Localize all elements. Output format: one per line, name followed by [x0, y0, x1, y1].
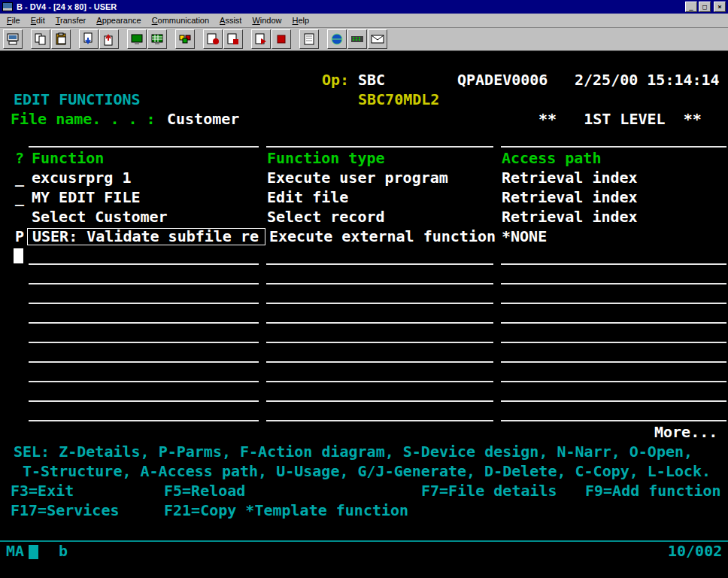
web-browser-button[interactable] — [327, 29, 347, 49]
access-path: *NONE — [502, 227, 547, 245]
menu-edit[interactable]: Edit — [26, 14, 50, 26]
empty-input-field-underline[interactable] — [266, 322, 493, 324]
empty-input-field-underline[interactable] — [29, 303, 259, 304]
record-step-button[interactable] — [223, 29, 243, 49]
empty-input-field-underline[interactable] — [29, 146, 259, 148]
empty-input-field-underline[interactable] — [266, 342, 493, 343]
function-row-selected: P USER: Validate subfile re Execute exte… — [0, 227, 728, 247]
empty-input-field-underline[interactable] — [501, 303, 726, 304]
sel-field[interactable]: _ — [15, 169, 24, 187]
send-file-button[interactable] — [99, 29, 119, 49]
empty-input-field-underline[interactable] — [501, 400, 726, 402]
keyboard-map-button[interactable] — [347, 29, 367, 49]
menu-window[interactable]: Window — [247, 14, 287, 26]
terminal-row: EDIT FUNCTIONS SBC70MDL2 — [0, 90, 728, 110]
empty-input-field-underline[interactable] — [266, 400, 493, 402]
empty-input-field-underline[interactable] — [501, 263, 726, 265]
empty-input-field-underline[interactable] — [501, 146, 726, 148]
oia-keyboard-indicator: b — [59, 542, 68, 560]
fkey-row: F3=Exit F5=Reload F7=File details F9=Add… — [0, 482, 728, 501]
empty-input-field-underline[interactable] — [501, 322, 726, 324]
function-row: _ excusrprg 1 Execute user program Retri… — [0, 169, 728, 188]
empty-input-field-underline[interactable] — [501, 381, 726, 382]
menu-assist[interactable]: Assist — [214, 14, 247, 26]
notepad-icon — [302, 32, 317, 47]
minimize-button[interactable]: _ — [685, 2, 697, 12]
empty-input-field-underline[interactable] — [266, 361, 493, 363]
function-type: Select record — [267, 208, 385, 226]
empty-input-field-underline[interactable] — [29, 420, 259, 421]
empty-input-field-underline[interactable] — [29, 263, 259, 265]
table-header-row: ? Function Function type Access path — [0, 149, 728, 169]
menu-appearance[interactable]: Appearance — [91, 14, 146, 26]
play-macro-button[interactable] — [251, 29, 271, 49]
copy-button[interactable] — [31, 29, 50, 49]
empty-input-field-underline[interactable] — [29, 381, 259, 382]
terminal-screen[interactable]: Op: SBC QPADEV0006 2/25/00 15:14:14 EDIT… — [0, 51, 728, 578]
access-path: Retrieval index — [502, 208, 638, 226]
session-grid-icon — [150, 32, 165, 47]
color-map-icon — [177, 32, 193, 47]
empty-input-field-underline[interactable] — [501, 342, 726, 343]
color-map-button[interactable] — [175, 29, 195, 49]
op-value: SBC — [358, 71, 385, 89]
empty-input-field-underline[interactable] — [501, 361, 726, 363]
more-indicator: More... — [654, 423, 717, 441]
empty-input-field-underline[interactable] — [29, 283, 259, 284]
record-macro-button[interactable] — [203, 29, 223, 49]
terminal-row: File name. . . : Customer ** 1ST LEVEL *… — [0, 110, 728, 129]
menu-help[interactable]: Help — [287, 14, 315, 26]
maximize-button[interactable]: □ — [699, 2, 711, 12]
empty-input-field-underline[interactable] — [266, 263, 493, 265]
file-name-value: Customer — [167, 110, 239, 128]
keyboard-map-icon — [350, 32, 365, 47]
empty-input-field-underline[interactable] — [29, 400, 259, 402]
function-name: USER: Validate subfile re — [32, 227, 259, 245]
menu-file[interactable]: File — [2, 14, 26, 26]
function-row: _ MY EDIT FILE Edit file Retrieval index — [0, 188, 728, 208]
toolbar-separator — [244, 29, 251, 49]
send-file-icon — [102, 32, 117, 47]
empty-input-field-underline[interactable] — [266, 283, 493, 284]
paste-button[interactable] — [51, 29, 71, 49]
col-header-access-path: Access path — [502, 149, 601, 167]
receive-file-button[interactable] — [79, 29, 99, 49]
col-header-sel: ? — [15, 149, 24, 167]
active-field-box[interactable]: USER: Validate subfile re — [27, 228, 265, 245]
function-type: Edit file — [267, 188, 348, 206]
record-step-icon — [226, 32, 241, 47]
send-mail-button[interactable] — [368, 29, 387, 49]
function-name: Select Customer — [32, 208, 168, 226]
model-name: SBC70MDL2 — [358, 90, 439, 108]
empty-input-field-underline[interactable] — [266, 381, 493, 382]
sel-field[interactable]: P — [15, 227, 24, 245]
empty-input-field-underline[interactable] — [29, 361, 259, 363]
datetime: 2/25/00 15:14:14 — [575, 71, 720, 89]
level-indicator: ** 1ST LEVEL ** — [538, 110, 702, 128]
empty-input-field-underline[interactable] — [266, 303, 493, 304]
sel-field[interactable]: _ — [15, 188, 24, 206]
close-button[interactable]: × — [714, 2, 726, 12]
sel-options-line2: T-Structure, A-Access path, U-Usage, G/J… — [23, 462, 711, 480]
terminal-row: Op: SBC QPADEV0006 2/25/00 15:14:14 — [0, 71, 728, 90]
empty-input-field-underline[interactable] — [501, 283, 726, 284]
file-name-label: File name. . . : — [11, 110, 156, 128]
empty-input-field-underline[interactable] — [501, 420, 726, 421]
empty-input-field-underline[interactable] — [266, 146, 493, 148]
empty-input-field-underline[interactable] — [29, 322, 259, 324]
display-session-button[interactable] — [127, 29, 147, 49]
function-name: excusrprg 1 — [32, 169, 131, 187]
menu-communication[interactable]: Communication — [147, 14, 214, 26]
stop-macro-button[interactable] — [271, 29, 291, 49]
print-screen-button[interactable] — [3, 29, 23, 49]
menu-transfer[interactable]: Transfer — [50, 14, 92, 26]
notepad-button[interactable] — [299, 29, 319, 49]
web-browser-icon — [329, 32, 344, 47]
window-controls: _ □ × — [685, 2, 726, 12]
fkey-f17: F17=Services — [11, 501, 120, 519]
empty-input-field-underline[interactable] — [29, 342, 259, 343]
session-grid-button[interactable] — [147, 29, 167, 49]
app-icon — [2, 2, 13, 11]
empty-input-field-underline[interactable] — [266, 420, 493, 421]
titlebar[interactable]: B - DV4 - [24 x 80] - USER _ □ × — [0, 0, 728, 14]
